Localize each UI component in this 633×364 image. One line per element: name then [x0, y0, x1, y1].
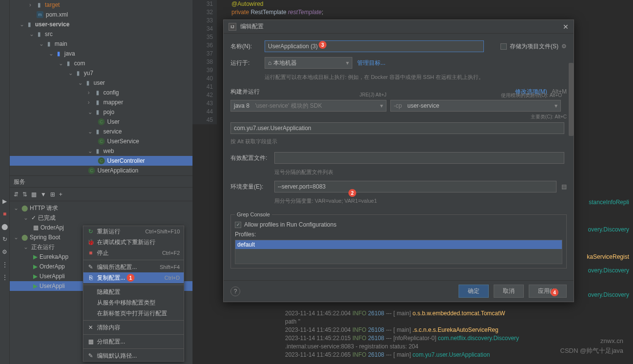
menu-group-config[interactable]: ▦分组配置... [83, 336, 184, 347]
edit-config-dialog: IJ 编辑配置 ✕ 名称(N): 存储为项目文件(S) ⚙ 运行于: ⌂ 本地机… [223, 19, 574, 302]
dialog-titlebar[interactable]: IJ 编辑配置 ✕ [224, 20, 574, 34]
dialog-icon: IJ [229, 23, 236, 31]
active-profiles-hint: 逗号分隔的配置文件列表 [274, 169, 567, 176]
stop-icon[interactable]: ■ [0, 208, 9, 220]
menu-remove-services[interactable]: 从服务中移除配置类型 [83, 297, 184, 308]
more-icon-2[interactable]: ⋮ [0, 271, 9, 284]
name-label: 名称(N): [230, 42, 260, 51]
menu-edit-defaults[interactable]: ✎编辑默认路径... [83, 350, 184, 361]
tree-yu7[interactable]: ⌄▮yu7 [10, 68, 192, 78]
env-vars-input[interactable] [274, 181, 556, 192]
active-profiles-label: 有效配置文件: [230, 154, 269, 162]
menu-debug-rerun[interactable]: 🐞在调试模式下重新运行 [83, 237, 184, 248]
tree-pojo[interactable]: ⌄▮pojo [10, 107, 192, 117]
close-icon[interactable]: ✕ [563, 23, 569, 31]
env-vars-label: 环境变量(E): [230, 183, 269, 191]
runon-dropdown[interactable]: ⌂ 本地机器 ▾ [265, 57, 352, 69]
editor-gutter: 3132 333435 363738 394041 424344 45 [192, 0, 217, 124]
menu-stop[interactable]: ■停止Ctrl+F2 [83, 248, 184, 258]
main-class-hint: 主要类(C): Alt+C [230, 114, 567, 120]
tree-pom[interactable]: mpom.xml [10, 10, 192, 19]
tree-userapplication[interactable]: CUserApplication [10, 166, 192, 175]
menu-clear-content[interactable]: ✕清除内容 [83, 322, 184, 333]
cancel-button[interactable]: 取消 [494, 285, 524, 298]
allow-profiles-checkbox[interactable] [235, 222, 241, 228]
grep-console-fieldset: Grep Console Allow profiles in Run Confi… [230, 211, 567, 268]
menu-open-new-tab[interactable]: 在新标签页中打开运行配置 [83, 308, 184, 319]
tree-web[interactable]: ⌄▮web [10, 146, 192, 156]
grid-icon[interactable]: ▦ [31, 191, 37, 198]
home-icon: ⌂ [268, 59, 271, 66]
save-as-project-checkbox[interactable] [500, 43, 507, 50]
svc-completed[interactable]: ⌄✓已完成 [10, 213, 192, 223]
jre-hint: JRE(J) Alt+J [360, 92, 386, 97]
tree-java[interactable]: ⌄▮java [10, 49, 192, 58]
services-toolbar: ⇵ ⇅ ▦ ▼ ⊞ + [10, 188, 192, 201]
tree-user-class[interactable]: CUser [10, 117, 192, 127]
list-icon[interactable]: ▤ [561, 183, 567, 190]
ok-button[interactable]: 确定 [459, 285, 489, 298]
tree-com[interactable]: ⌄▮com [10, 58, 192, 68]
group-icon[interactable]: ⊞ [50, 191, 55, 198]
add-icon[interactable]: + [59, 191, 62, 198]
cp-dropdown[interactable]: -cp user-service ▾ [390, 100, 561, 112]
run-icon[interactable]: ▶ [0, 195, 9, 208]
filter-icon[interactable]: ▼ [40, 191, 46, 198]
dialog-title-text: 编辑配置 [240, 22, 264, 31]
more-icon[interactable]: ⋮ [0, 258, 9, 271]
env-vars-hint: 用分号分隔变量: VAR=value; VAR1=value1 [274, 197, 567, 205]
help-icon[interactable]: ? [230, 287, 240, 296]
allow-profiles-label: Allow profiles in Run Configurations [244, 221, 336, 228]
left-gutter-icons: ▶ ■ ⬤ ↻ ⚙ ⋮ ⋮ [0, 0, 10, 364]
tree-mapper[interactable]: ›▮mapper [10, 97, 192, 107]
active-profiles-input[interactable] [274, 152, 564, 164]
run-hint: 运行配置可以在本地或目标上执行: 例如，在 Docker 容器中或使用 SSH … [265, 74, 567, 81]
tree-user-service[interactable]: ⌄▮user-service [10, 19, 192, 29]
java-sdk-dropdown[interactable]: java 8 'user-service' 模块的 SDK ▾ [230, 100, 386, 112]
tree-userservice-class[interactable]: CUserService [10, 136, 192, 146]
collapse-icon[interactable]: ⇅ [22, 191, 27, 198]
menu-rerun[interactable]: ↻重新运行Ctrl+Shift+F10 [83, 226, 184, 237]
tree-src[interactable]: ⌄▮src [10, 29, 192, 39]
svc-http-requests[interactable]: ⌄⬤HTTP 请求 [10, 203, 192, 213]
tool-icon[interactable]: ⚙ [0, 246, 9, 258]
profile-default[interactable]: default [235, 240, 562, 249]
profiles-label: Profiles: [235, 231, 562, 238]
tree-main[interactable]: ⌄▮main [10, 39, 192, 49]
tree-user[interactable]: ⌄▮user [10, 78, 192, 88]
callout-3: 3 [319, 41, 326, 49]
module-hint: 使用模块的类路径(O): Alt+O [501, 92, 562, 99]
menu-edit-config[interactable]: ✎编辑所选配置...Shift+F4 [83, 262, 184, 272]
restart-icon[interactable]: ↻ [0, 233, 9, 246]
watermark-znwx: znwx.cn [600, 337, 623, 345]
name-input[interactable] [265, 40, 484, 52]
context-menu: ↻重新运行Ctrl+Shift+F10 🐞在调试模式下重新运行 ■停止Ctrl+… [83, 226, 184, 362]
tree-usercontroller[interactable]: CUserController [10, 156, 192, 166]
apply-button[interactable]: 应用(A) [529, 285, 567, 298]
watermark-csdn: CSDN @帅气十足java [560, 346, 624, 355]
alt-hint: 按 Alt 获取字段提示 [230, 138, 567, 145]
debug-icon[interactable]: ⬤ [0, 220, 9, 233]
callout-4: 4 [551, 288, 558, 296]
manage-targets-link[interactable]: 管理目标... [357, 59, 385, 67]
tree-service[interactable]: ⌄▮service [10, 127, 192, 136]
main-class-input[interactable] [230, 122, 564, 134]
menu-hide-config[interactable]: 隐藏配置 [83, 287, 184, 297]
runon-label: 运行于: [230, 59, 260, 67]
tree-config[interactable]: ›▮config [10, 88, 192, 97]
callout-1: 1 [127, 274, 134, 282]
services-header: 服务 [10, 176, 192, 188]
tree-target[interactable]: ›▮target [10, 0, 192, 10]
save-as-project-label: 存储为项目文件(S) [510, 42, 558, 51]
callout-2: 2 [348, 189, 356, 197]
gear-icon[interactable]: ⚙ [561, 43, 567, 50]
expand-icon[interactable]: ⇵ [14, 191, 19, 198]
dialog-scrollbar[interactable] [569, 63, 574, 136]
